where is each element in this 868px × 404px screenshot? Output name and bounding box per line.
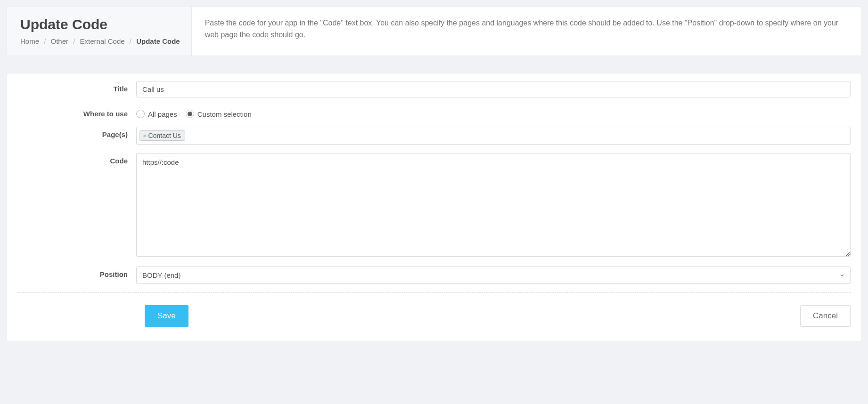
page-tag: × Contact Us — [139, 130, 185, 141]
label-position: Position — [17, 267, 136, 278]
radio-label-all: All pages — [148, 110, 177, 118]
page-header-left: Update Code Home / Other / External Code… — [7, 7, 192, 56]
row-pages: Page(s) × Contact Us — [17, 127, 851, 145]
tag-remove-icon[interactable]: × — [143, 132, 147, 139]
radio-all-pages[interactable]: All pages — [136, 110, 177, 118]
breadcrumb-current: Update Code — [136, 37, 180, 45]
page-header: Update Code Home / Other / External Code… — [7, 7, 861, 56]
divider — [17, 292, 851, 293]
label-title: Title — [17, 81, 136, 93]
pages-tag-input[interactable]: × Contact Us — [136, 127, 851, 145]
breadcrumb-link-external-code[interactable]: External Code — [80, 37, 125, 45]
radio-icon — [186, 110, 194, 118]
label-code: Code — [17, 153, 136, 165]
radio-custom-selection[interactable]: Custom selection — [186, 110, 252, 118]
where-radio-group: All pages Custom selection — [136, 106, 851, 118]
radio-label-custom: Custom selection — [197, 110, 252, 118]
breadcrumb-link-other[interactable]: Other — [51, 37, 69, 45]
page-title: Update Code — [20, 16, 180, 32]
row-code: Code — [17, 153, 851, 258]
breadcrumb-sep: / — [73, 37, 75, 45]
breadcrumb: Home / Other / External Code / Update Co… — [20, 37, 180, 45]
breadcrumb-sep: / — [130, 37, 131, 45]
breadcrumb-link-home[interactable]: Home — [20, 37, 39, 45]
row-position: Position BODY (end) — [17, 267, 851, 284]
label-pages: Page(s) — [17, 127, 136, 138]
row-where: Where to use All pages Custom selection — [17, 106, 851, 118]
button-row: Save Cancel — [17, 305, 851, 327]
page-description: Paste the code for your app in the "Code… — [192, 7, 861, 56]
label-where: Where to use — [17, 106, 136, 118]
save-button[interactable]: Save — [145, 305, 188, 327]
code-textarea[interactable] — [136, 153, 851, 257]
breadcrumb-sep: / — [44, 37, 46, 45]
row-title: Title — [17, 81, 851, 97]
radio-icon — [136, 110, 145, 118]
cancel-button[interactable]: Cancel — [800, 305, 851, 327]
page-tag-label: Contact Us — [148, 132, 181, 139]
title-input[interactable] — [136, 81, 851, 97]
position-select[interactable]: BODY (end) — [136, 267, 851, 284]
form-card: Title Where to use All pages Custom sele… — [7, 73, 861, 341]
